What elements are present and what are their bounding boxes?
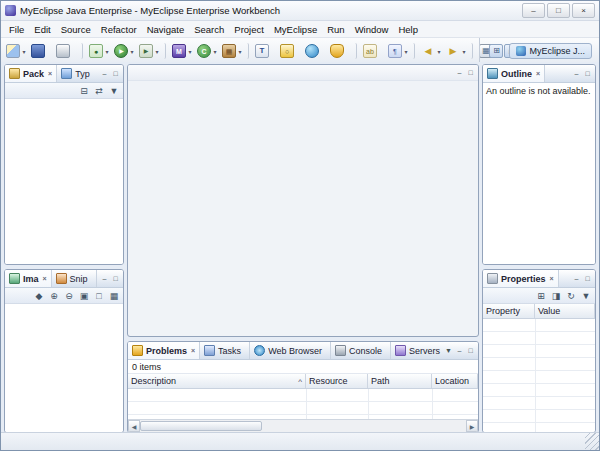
minimize-view-icon[interactable]: – <box>572 70 581 77</box>
database-explorer-button[interactable] <box>329 43 357 59</box>
palette-icon[interactable]: ◆ <box>33 290 45 302</box>
grid-icon[interactable]: ▦ <box>108 290 120 302</box>
package-explorer-tree[interactable] <box>5 99 123 264</box>
scrollbar-thumb[interactable] <box>140 421 262 431</box>
new-wizard-button[interactable]: ▾ <box>5 43 28 59</box>
image-snippets-panel: Ima × Snip – □ <box>4 269 124 433</box>
minimize-view-icon[interactable]: – <box>455 69 464 76</box>
run-button[interactable]: ▶ ▾ <box>113 43 136 59</box>
zoom-in-icon[interactable]: ⊕ <box>48 290 60 302</box>
external-tools-icon: ▶ <box>139 44 153 58</box>
tab-properties[interactable]: Properties × <box>483 270 559 287</box>
link-with-editor-icon[interactable]: ⇄ <box>93 85 105 97</box>
mark-occurrences-button[interactable]: ab <box>362 43 385 59</box>
new-class-button[interactable]: C ▾ <box>196 43 219 59</box>
minimize-view-icon[interactable]: – <box>572 275 581 282</box>
collapse-all-icon[interactable]: ⊟ <box>78 85 90 97</box>
maximize-button[interactable]: □ <box>547 3 570 18</box>
maximize-view-icon[interactable]: □ <box>111 275 120 282</box>
properties-panel-header: Properties × – □ <box>483 270 595 288</box>
menu-item[interactable]: Edit <box>29 23 55 36</box>
perspective-myeclipse-tab[interactable]: MyEclipse J... <box>509 43 592 59</box>
problems-table-body[interactable] <box>128 389 478 419</box>
outline-panel: Outline × – □ An outline is not availabl… <box>482 64 596 265</box>
dropdown-arrow-icon: ▾ <box>104 48 110 55</box>
tab-tasks[interactable]: Tasks <box>200 342 250 359</box>
minimize-view-icon[interactable]: – <box>100 275 109 282</box>
show-advanced-icon[interactable]: ◨ <box>550 290 562 302</box>
restore-default-icon[interactable]: ↻ <box>565 290 577 302</box>
actual-size-icon[interactable]: ▣ <box>78 290 90 302</box>
column-header[interactable]: Location <box>432 374 478 388</box>
tab-close-icon[interactable]: × <box>550 275 554 282</box>
image-preview-area[interactable] <box>5 304 123 432</box>
tab-servers[interactable]: Servers <box>391 342 441 359</box>
search-icon: ○ <box>280 44 294 58</box>
search-button[interactable]: ○ <box>279 43 302 59</box>
tab-snippets[interactable]: Snip <box>52 270 97 287</box>
zoom-out-icon[interactable]: ⊖ <box>63 290 75 302</box>
menu-item[interactable]: Navigate <box>142 23 190 36</box>
annotations-button[interactable]: ¶ ▾ <box>387 43 415 59</box>
tab-outline[interactable]: Outline × <box>483 65 545 82</box>
maximize-view-icon[interactable]: □ <box>466 69 475 76</box>
menu-item[interactable]: File <box>4 23 29 36</box>
external-tools-button[interactable]: ▶ ▾ <box>138 43 166 59</box>
tab-close-icon[interactable]: × <box>191 347 195 354</box>
tab-close-icon[interactable]: × <box>43 275 47 282</box>
maximize-view-icon[interactable]: □ <box>583 70 592 77</box>
tab-problems[interactable]: Problems × <box>128 342 200 359</box>
back-button[interactable]: ◀ ▾ <box>420 43 443 59</box>
tab-console[interactable]: Console <box>331 342 391 359</box>
tab-image-preview[interactable]: Ima × <box>5 270 52 287</box>
menu-item[interactable]: MyEclipse <box>269 23 322 36</box>
maximize-view-icon[interactable]: □ <box>583 275 592 282</box>
column-header[interactable]: Resource <box>306 374 368 388</box>
tab-type-hierarchy[interactable]: Typ <box>57 65 97 82</box>
print-button[interactable] <box>55 43 83 59</box>
menu-item[interactable]: Help <box>393 23 423 36</box>
menu-item[interactable]: Project <box>229 23 269 36</box>
menu-item[interactable]: Window <box>350 23 394 36</box>
column-header[interactable]: Property <box>483 304 535 318</box>
save-button[interactable] <box>30 43 53 59</box>
window-title: MyEclipse Java Enterprise - MyEclipse En… <box>20 5 518 16</box>
menu-item[interactable]: Source <box>56 23 96 36</box>
view-menu-icon[interactable]: ▼ <box>108 85 120 97</box>
problems-table-header: Description ^ Resource Path Locat <box>128 374 478 389</box>
forward-button[interactable]: ▶ ▾ <box>445 43 473 59</box>
scroll-left-icon[interactable]: ◀ <box>128 420 140 432</box>
view-menu-icon[interactable]: ▼ <box>444 347 453 354</box>
menu-item[interactable]: Refactor <box>96 23 142 36</box>
minimize-view-icon[interactable]: – <box>100 70 109 77</box>
minimize-button[interactable]: – <box>522 3 545 18</box>
new-package-button[interactable]: ▦ ▾ <box>221 43 249 59</box>
open-type-button[interactable]: T <box>254 43 277 59</box>
maximize-view-icon[interactable]: □ <box>111 70 120 77</box>
view-menu-icon[interactable]: ▼ <box>580 290 592 302</box>
tab-package-explorer[interactable]: Pack × <box>5 65 57 82</box>
tab-web-browser[interactable]: Web Browser <box>250 342 331 359</box>
column-header[interactable]: Value <box>535 304 595 318</box>
resize-grip[interactable] <box>585 433 599 450</box>
web-browser-button[interactable] <box>304 43 327 59</box>
close-button[interactable]: × <box>572 3 595 18</box>
scroll-right-icon[interactable]: ▶ <box>466 420 478 432</box>
new-myeclipse-wizard-button[interactable]: M ▾ <box>171 43 194 59</box>
minimize-view-icon[interactable]: – <box>455 347 464 354</box>
dropdown-arrow-icon: ▾ <box>461 48 467 55</box>
menu-item[interactable]: Run <box>322 23 349 36</box>
tab-close-icon[interactable]: × <box>48 70 52 77</box>
column-header[interactable]: Path <box>368 374 432 388</box>
debug-button[interactable]: ● ▾ <box>88 43 111 59</box>
open-perspective-button[interactable]: ⊞ <box>488 43 504 59</box>
properties-panel-corner: – □ <box>569 270 595 287</box>
show-categories-icon[interactable]: ⊞ <box>535 290 547 302</box>
menu-item[interactable]: Search <box>189 23 229 36</box>
column-header[interactable]: Description ^ <box>128 374 306 388</box>
tab-close-icon[interactable]: × <box>536 70 540 77</box>
maximize-view-icon[interactable]: □ <box>466 347 475 354</box>
properties-table-body[interactable] <box>483 319 595 432</box>
scrollbar-track[interactable] <box>262 420 466 432</box>
fit-window-icon[interactable]: □ <box>93 290 105 302</box>
